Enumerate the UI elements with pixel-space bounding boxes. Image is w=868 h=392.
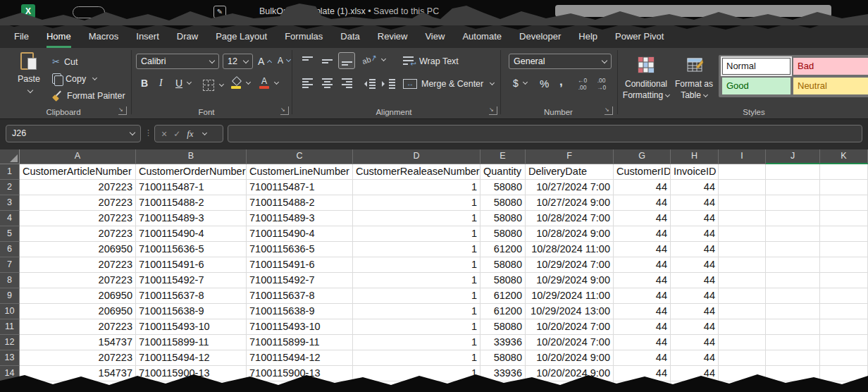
cell-K5[interactable] bbox=[820, 226, 868, 242]
font-color-chevron-down-icon[interactable] bbox=[274, 80, 279, 85]
align-left-button[interactable] bbox=[299, 75, 316, 92]
cell-empty[interactable] bbox=[480, 381, 526, 392]
formula-input[interactable] bbox=[228, 125, 862, 142]
cell-B8[interactable]: 7100115492-7 bbox=[136, 273, 247, 288]
cell-F9[interactable]: 10/29/2024 11:00 bbox=[526, 288, 614, 304]
cell-D8[interactable]: 1 bbox=[353, 273, 480, 288]
cell-E13[interactable]: 58080 bbox=[480, 350, 526, 366]
cell-I11[interactable] bbox=[719, 319, 766, 335]
cell-J9[interactable] bbox=[766, 288, 820, 304]
cell-G14[interactable]: 44 bbox=[614, 366, 671, 381]
cell-G3[interactable]: 44 bbox=[614, 195, 671, 211]
cell-G13[interactable]: 44 bbox=[614, 350, 671, 366]
cell-G7[interactable]: 44 bbox=[614, 257, 671, 273]
cell-empty[interactable] bbox=[526, 381, 614, 392]
cell-F3[interactable]: 10/27/2024 9:00 bbox=[526, 195, 614, 211]
cell-H3[interactable]: 44 bbox=[671, 195, 719, 211]
font-name-combo[interactable]: Calibri bbox=[136, 54, 219, 69]
font-dialog-launcher[interactable]: ↘ bbox=[280, 106, 289, 115]
cell-D3[interactable]: 1 bbox=[353, 195, 480, 211]
cell-B12[interactable]: 7100115899-11 bbox=[136, 335, 247, 350]
title-chevron-down-icon[interactable] bbox=[460, 6, 466, 11]
cell-D7[interactable]: 1 bbox=[353, 257, 480, 273]
cell-F7[interactable]: 10/29/2024 7:00 bbox=[526, 257, 614, 273]
row-header-8[interactable]: 8 bbox=[0, 273, 20, 288]
cell-K7[interactable] bbox=[820, 257, 868, 273]
number-format-combo[interactable]: General bbox=[509, 54, 612, 69]
font-size-chevron-down-icon[interactable] bbox=[243, 58, 249, 63]
cell-C1[interactable]: CustomerLineNumber bbox=[247, 164, 353, 180]
cell-J7[interactable] bbox=[766, 257, 820, 273]
cell-E12[interactable]: 33936 bbox=[480, 335, 526, 350]
increase-indent-button[interactable] bbox=[382, 79, 395, 89]
insert-function-icon[interactable]: fx bbox=[187, 128, 193, 140]
cell-B13[interactable]: 7100115494-12 bbox=[136, 350, 247, 366]
cell-A2[interactable]: 207223 bbox=[20, 180, 136, 195]
cell-G6[interactable]: 44 bbox=[614, 242, 671, 257]
cell-D12[interactable]: 1 bbox=[353, 335, 480, 350]
cell-G10[interactable]: 44 bbox=[614, 304, 671, 319]
cell-D11[interactable]: 1 bbox=[353, 319, 480, 335]
number-dialog-launcher[interactable]: ↘ bbox=[604, 106, 613, 115]
row-header-9[interactable]: 9 bbox=[0, 288, 20, 304]
cell-empty[interactable] bbox=[247, 381, 353, 392]
cell-A5[interactable]: 207223 bbox=[20, 226, 136, 242]
column-header-e[interactable]: E bbox=[480, 149, 526, 164]
middle-align-button[interactable] bbox=[318, 52, 335, 69]
cell-E14[interactable]: 33936 bbox=[480, 366, 526, 381]
percent-style-button[interactable]: % bbox=[540, 78, 549, 90]
cell-E7[interactable]: 58080 bbox=[480, 257, 526, 273]
cell-H7[interactable]: 44 bbox=[671, 257, 719, 273]
cell-E1[interactable]: Quantity bbox=[480, 164, 526, 180]
style-normal[interactable]: Normal bbox=[722, 58, 790, 75]
accounting-chevron-down-icon[interactable] bbox=[523, 80, 528, 85]
cell-I13[interactable] bbox=[719, 350, 766, 366]
cell-A12[interactable]: 154737 bbox=[20, 335, 136, 350]
cell-H8[interactable]: 44 bbox=[671, 273, 719, 288]
increase-decimal-button[interactable]: ←0 .00 bbox=[578, 78, 587, 92]
format-painter-button[interactable]: Format Painter bbox=[52, 90, 125, 101]
cell-I8[interactable] bbox=[719, 273, 766, 288]
cell-G8[interactable]: 44 bbox=[614, 273, 671, 288]
cut-button[interactable]: ✂ Cut bbox=[52, 56, 78, 67]
conditional-formatting-button[interactable]: Conditional Formatting bbox=[618, 79, 674, 100]
row-header-14[interactable]: 14 bbox=[0, 366, 20, 381]
cell-E8[interactable]: 58080 bbox=[480, 273, 526, 288]
copy-button[interactable]: Copy bbox=[52, 73, 97, 84]
orientation-chevron-down-icon[interactable] bbox=[381, 56, 386, 61]
cell-I12[interactable] bbox=[719, 335, 766, 350]
cell-G11[interactable]: 44 bbox=[614, 319, 671, 335]
row-header-1[interactable]: 1 bbox=[0, 164, 20, 180]
cell-H2[interactable]: 44 bbox=[671, 180, 719, 195]
underline-button[interactable]: U bbox=[175, 78, 191, 89]
column-header-k[interactable]: K bbox=[820, 149, 868, 164]
cell-F14[interactable]: 10/20/2024 9:00 bbox=[526, 366, 614, 381]
cell-J5[interactable] bbox=[766, 226, 820, 242]
borders-button[interactable] bbox=[203, 80, 223, 91]
cell-B7[interactable]: 7100115491-6 bbox=[136, 257, 247, 273]
cell-H5[interactable]: 44 bbox=[671, 226, 719, 242]
cell-B3[interactable]: 7100115488-2 bbox=[136, 195, 247, 211]
cell-D2[interactable]: 1 bbox=[353, 180, 480, 195]
column-header-j[interactable]: J bbox=[766, 149, 820, 164]
cell-B6[interactable]: 7100115636-5 bbox=[136, 242, 247, 257]
cell-J10[interactable] bbox=[766, 304, 820, 319]
decrease-decimal-button[interactable]: .00 →0 bbox=[597, 78, 606, 92]
font-size-combo[interactable]: 12 bbox=[223, 54, 253, 69]
tab-macros[interactable]: Macros bbox=[89, 25, 119, 48]
cell-K3[interactable] bbox=[820, 195, 868, 211]
font-name-chevron-down-icon[interactable] bbox=[209, 58, 215, 63]
clipboard-dialog-launcher[interactable]: ↘ bbox=[118, 106, 127, 115]
cell-F11[interactable]: 10/20/2024 7:00 bbox=[526, 319, 614, 335]
cell-E10[interactable]: 61200 bbox=[480, 304, 526, 319]
cell-E4[interactable]: 58080 bbox=[480, 211, 526, 226]
cell-C14[interactable]: 7100115900-13 bbox=[247, 366, 353, 381]
alignment-dialog-launcher[interactable]: ↘ bbox=[489, 106, 497, 115]
cell-K13[interactable] bbox=[820, 350, 868, 366]
formula-chevron-down-icon[interactable] bbox=[202, 130, 207, 135]
cell-J6[interactable] bbox=[766, 242, 820, 257]
tab-automate[interactable]: Automate bbox=[462, 25, 502, 48]
column-header-g[interactable]: G bbox=[614, 149, 671, 164]
cell-K9[interactable] bbox=[820, 288, 868, 304]
cell-A6[interactable]: 206950 bbox=[20, 242, 136, 257]
